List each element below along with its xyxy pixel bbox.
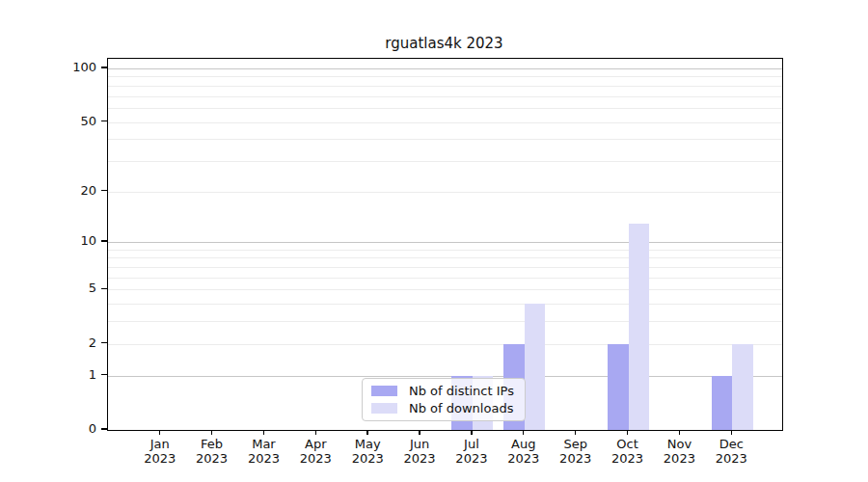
x-tick-mark <box>366 430 367 435</box>
bar <box>525 304 546 430</box>
gridline-major <box>108 376 782 377</box>
legend-swatch-distinct-ips <box>371 386 397 396</box>
gridline-minor <box>108 122 782 123</box>
gridline-major <box>108 242 782 243</box>
gridline-minor <box>108 250 782 251</box>
x-tick-mark <box>315 430 316 435</box>
y-tick-mark <box>101 374 107 375</box>
x-tick-mark <box>159 430 160 435</box>
y-tick-label: 1 <box>46 367 96 383</box>
y-tick-label: 5 <box>46 281 96 296</box>
legend-label-downloads: Nb of downloads <box>409 401 513 415</box>
bar <box>732 344 753 430</box>
gridline-minor <box>108 139 782 140</box>
y-tick-mark <box>101 342 107 343</box>
x-tick-mark <box>627 430 628 435</box>
gridline-minor <box>108 257 782 258</box>
legend: Nb of distinct IPs Nb of downloads <box>362 378 526 421</box>
gridline-minor <box>108 76 782 77</box>
x-tick-mark <box>471 430 472 435</box>
y-tick-label: 2 <box>46 335 96 351</box>
gridline-minor <box>108 289 782 290</box>
gridline-minor <box>108 108 782 109</box>
y-tick-label: 50 <box>46 114 96 129</box>
legend-swatch-downloads <box>371 403 397 414</box>
gridline-minor <box>108 278 782 279</box>
x-tick-mark <box>211 430 212 435</box>
gridline-major <box>108 68 782 69</box>
bar <box>712 376 733 430</box>
x-tick-label: Dec2023 <box>700 437 762 466</box>
plot-area <box>107 58 783 431</box>
y-tick-mark <box>101 288 107 289</box>
bar <box>629 224 650 430</box>
x-tick-mark <box>263 430 264 435</box>
legend-item-distinct-ips: Nb of distinct IPs <box>371 384 516 398</box>
gridline-minor <box>108 192 782 193</box>
x-tick-mark <box>731 430 732 435</box>
legend-label-distinct-ips: Nb of distinct IPs <box>409 384 514 398</box>
y-tick-label: 100 <box>46 60 96 75</box>
y-tick-mark <box>101 428 107 429</box>
y-tick-label: 10 <box>46 233 96 249</box>
gridline-minor <box>108 86 782 87</box>
gridline-minor <box>108 161 782 162</box>
chart-title: rguatlas4k 2023 <box>107 35 781 52</box>
x-tick-mark <box>575 430 576 435</box>
y-tick-mark <box>101 240 107 241</box>
bar <box>608 344 629 430</box>
gridline-minor <box>108 321 782 322</box>
gridline-minor <box>108 267 782 268</box>
gridline-minor <box>108 304 782 305</box>
y-tick-label: 20 <box>46 183 96 199</box>
y-tick-mark <box>101 120 107 121</box>
gridline-minor <box>108 96 782 97</box>
gridline-minor <box>108 344 782 345</box>
figure: rguatlas4k 2023 0125102050100 Jan2023Feb… <box>0 0 868 482</box>
legend-item-downloads: Nb of downloads <box>371 401 516 415</box>
x-tick-mark <box>523 430 524 435</box>
x-tick-mark <box>679 430 680 435</box>
y-tick-mark <box>101 67 107 67</box>
y-tick-label: 0 <box>46 421 96 437</box>
y-tick-mark <box>101 190 107 191</box>
x-tick-mark <box>419 430 420 435</box>
